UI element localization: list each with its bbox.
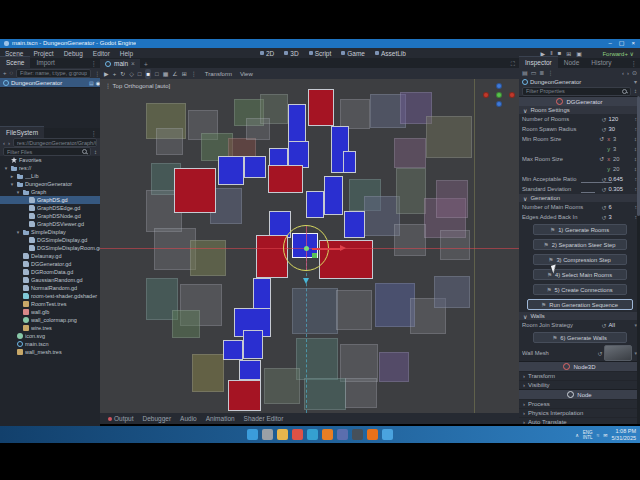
movie-icon[interactable]: ▣ <box>576 50 582 57</box>
firefox-icon[interactable] <box>367 429 378 440</box>
wifi-icon[interactable]: ≈ <box>597 432 600 438</box>
scene-dock-tab-scene[interactable]: Scene <box>0 56 30 68</box>
property-min-room-size-y[interactable]: y3↕ <box>519 144 640 154</box>
property-value[interactable]: 0.305 <box>609 186 633 192</box>
axis-x-dot[interactable] <box>509 92 515 98</box>
pin-icon[interactable]: ⊙ <box>632 69 637 76</box>
scene-filter-input[interactable]: Filter: name, t:type, g:group <box>16 69 91 78</box>
move-icon[interactable]: + <box>113 69 117 79</box>
nav-back-icon[interactable]: ‹ <box>3 140 5 146</box>
menu-help[interactable]: Help <box>115 50 138 57</box>
file-item-main-tscn[interactable]: main.tscn <box>0 340 100 348</box>
button-3-compression-step[interactable]: ⚑3) Compression Step <box>533 254 627 265</box>
gizmo-center-dot[interactable] <box>304 246 309 251</box>
revert-icon[interactable]: ↺ <box>599 156 604 162</box>
more-icon[interactable]: ⋮ <box>191 69 197 79</box>
axis-x-neg-dot[interactable] <box>483 92 489 98</box>
language-indicator[interactable]: ENGINTL <box>583 430 593 440</box>
lock-icon[interactable]: ■ <box>145 69 151 79</box>
discord-icon[interactable] <box>337 429 348 440</box>
file-item-simpledisplay[interactable]: ▾SimpleDisplay <box>0 228 100 236</box>
axis-z-neg-dot[interactable] <box>496 101 502 107</box>
file-sort-icon[interactable]: ↕ <box>94 149 97 155</box>
property-number-of-rooms[interactable]: Number of Rooms↺120↕ <box>519 114 640 124</box>
axis-z-dot[interactable] <box>496 83 502 89</box>
group-transform[interactable]: ›Transform <box>519 371 640 380</box>
tray-caret-icon[interactable]: ∧ <box>575 432 579 438</box>
revert-icon[interactable]: ↺ <box>597 350 602 357</box>
distraction-free-icon[interactable]: ⛶ <box>511 61 519 68</box>
revert-icon[interactable]: ↺ <box>601 214 606 221</box>
bottom-tab-animation[interactable]: Animation <box>206 415 235 422</box>
inspector-menu-icon[interactable]: ⋮ <box>631 60 640 68</box>
godot-app-icon[interactable] <box>382 429 393 440</box>
stop-icon[interactable]: ■ <box>558 50 562 57</box>
section-room-settings[interactable]: ∨Room Settings <box>519 106 640 114</box>
close-tab-icon[interactable]: × <box>131 59 135 68</box>
group-physics-interpolation[interactable]: ›Physics Interpolation <box>519 408 640 417</box>
file-item-icon-svg[interactable]: icon.svg <box>0 332 100 340</box>
revert-icon[interactable]: ↺ <box>601 126 606 133</box>
scene-tree-root-node[interactable]: DungeonGenerator ▤ ◉ <box>0 78 100 87</box>
property-wall-mesh[interactable]: Wall Mesh↺▾ <box>519 345 640 361</box>
revert-icon[interactable]: ↺ <box>599 136 604 142</box>
group-visibility[interactable]: ›Visibility <box>519 380 640 389</box>
taskview-icon[interactable] <box>262 429 273 440</box>
filesystem-path[interactable]: res://DungeonGenerator/Graph/Graph <box>13 138 97 147</box>
file-item-graphds-gd[interactable]: GraphDS.gd <box>0 196 100 204</box>
property-value[interactable]: 20 <box>613 166 632 172</box>
menu-debug[interactable]: Debug <box>59 50 88 57</box>
file-item-wire-tres[interactable]: wire.tres <box>0 324 100 332</box>
file-item--lib[interactable]: ▸__Lib <box>0 172 100 180</box>
revert-icon[interactable]: ↺ <box>601 116 606 123</box>
file-item-graph[interactable]: ▾Graph <box>0 188 100 196</box>
snap-icon[interactable]: ⊞ <box>182 69 187 79</box>
workspace-assetlib[interactable]: AssetLib <box>370 50 411 57</box>
save-resource-icon[interactable]: ≣ <box>539 69 544 76</box>
group-icon[interactable]: ▦ <box>163 69 169 79</box>
property-value[interactable]: 0.645 <box>609 176 633 182</box>
axis-y-dot[interactable] <box>496 92 502 98</box>
history-forward-icon[interactable]: › <box>627 70 629 76</box>
file-item-res-[interactable]: ▾res:// <box>0 164 100 172</box>
filesystem-tab[interactable]: FileSystem <box>0 126 44 138</box>
bottom-tab-audio[interactable]: Audio <box>180 415 197 422</box>
history-back-icon[interactable]: ‹ <box>622 70 624 76</box>
inspector-tab-history[interactable]: History <box>585 57 617 68</box>
file-filter-input[interactable]: Filter Files <box>3 147 91 156</box>
settings-icon[interactable] <box>352 429 363 440</box>
close-button[interactable]: × <box>631 39 635 48</box>
property-value[interactable]: 3 <box>613 136 632 142</box>
filesystem-menu-icon[interactable]: ⋮ <box>91 130 101 138</box>
property-min-room-size-x[interactable]: Min Room Size↺x3↕ <box>519 134 640 144</box>
property-value[interactable]: 6 <box>609 204 633 210</box>
file-item-wall-glb[interactable]: wall.glb <box>0 308 100 316</box>
button-4-select-main-rooms[interactable]: ⚑4) Select Main Rooms <box>533 269 627 280</box>
notification-icon[interactable]: ✉ <box>603 432 607 438</box>
scene-tab-main[interactable]: main × <box>100 59 140 68</box>
inspector-properties[interactable]: DGGenerator∨Room SettingsNumber of Rooms… <box>519 96 640 424</box>
file-item-dgsimpledisplay-gd[interactable]: DGSimpleDisplay.gd <box>0 236 100 244</box>
menu-view[interactable]: View <box>240 71 253 77</box>
edited-object-row[interactable]: DungeonGenerator ▾ <box>519 77 640 86</box>
section-walls[interactable]: ∨Walls <box>519 312 640 320</box>
property-max-room-size-x[interactable]: Max Room Size↺x20↕ <box>519 154 640 164</box>
object-dropdown-icon[interactable]: ▾ <box>634 78 637 85</box>
tree-caret-icon[interactable]: ▾ <box>15 189 21 195</box>
button-1-generate-rooms[interactable]: ⚑1) Generate Rooms <box>533 224 627 235</box>
property-value[interactable]: 120 <box>609 116 633 122</box>
file-item-wall-mesh-tres[interactable]: wall_mesh.tres <box>0 348 100 356</box>
taskbar-clock[interactable]: 1:08 PM5/31/2025 <box>612 428 636 441</box>
output-tab[interactable]: Output <box>108 415 134 422</box>
viewport-3d[interactable]: ⋮ Top Orthogonal [auto] <box>100 79 519 413</box>
file-item-dggenerator-gd[interactable]: DGGenerator.gd <box>0 260 100 268</box>
file-item-room-test-shader-gdshader[interactable]: room-test-shader.gdshader <box>0 292 100 300</box>
edge-icon[interactable] <box>307 429 318 440</box>
tree-caret-icon[interactable]: ▸ <box>9 173 15 179</box>
tree-caret-icon[interactable]: ▾ <box>3 165 9 171</box>
menu-editor[interactable]: Editor <box>88 50 115 57</box>
menu-project[interactable]: Project <box>28 50 58 57</box>
file-item-gaussianrandom-gd[interactable]: GaussianRandom.gd <box>0 276 100 284</box>
x-axis-handle[interactable] <box>312 248 340 250</box>
workspace-2d[interactable]: 2D <box>255 50 279 57</box>
